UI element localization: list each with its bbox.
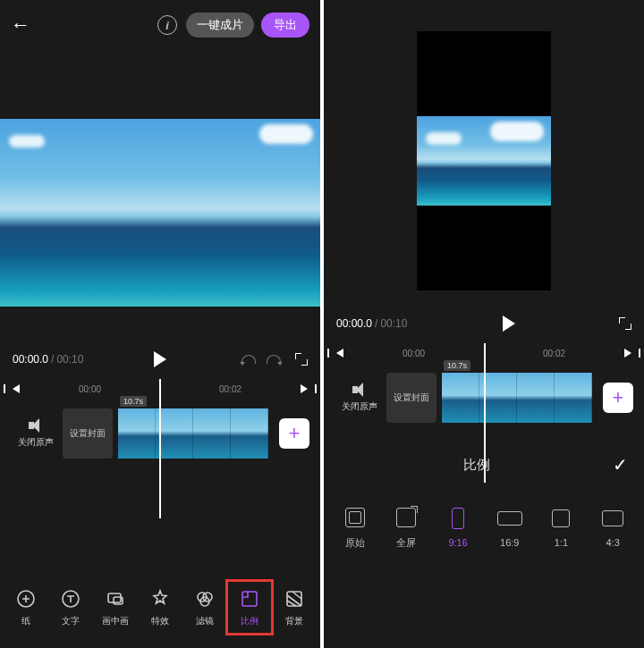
tool-pip[interactable]: 画中画 bbox=[96, 587, 135, 627]
fullscreen-icon[interactable] bbox=[295, 353, 308, 366]
timeline-tick-0: 00:00 bbox=[343, 349, 484, 358]
timeline-tick-1: 00:02 bbox=[160, 384, 301, 394]
fullscreen-icon[interactable] bbox=[619, 317, 631, 330]
set-cover-button[interactable]: 设置封面 bbox=[386, 373, 436, 423]
time-total: 00:10 bbox=[380, 317, 407, 330]
timeline-tick-0: 00:00 bbox=[20, 384, 160, 394]
ratio-option-full[interactable]: 全屏 bbox=[393, 504, 419, 550]
back-arrow-icon[interactable]: ← bbox=[11, 13, 30, 37]
time-total: 00:10 bbox=[56, 353, 83, 366]
mute-label: 关闭原声 bbox=[333, 400, 386, 413]
bottom-toolbar: 纸 文字 画中画 特效 滤镜 比例 背景 bbox=[0, 575, 320, 639]
ratio-option-original[interactable]: 原始 bbox=[342, 504, 369, 550]
speaker-icon bbox=[351, 383, 369, 397]
time-sep: / bbox=[375, 317, 377, 330]
time-current: 00:00.0 bbox=[13, 353, 48, 366]
tool-fx[interactable]: 特效 bbox=[140, 587, 180, 627]
tool-ratio[interactable]: 比例 bbox=[230, 584, 269, 631]
mute-toggle[interactable]: 关闭原声 bbox=[9, 418, 63, 449]
ratio-option-4_3[interactable]: 4:3 bbox=[599, 505, 626, 548]
add-clip-button[interactable]: + bbox=[279, 418, 309, 449]
mute-toggle[interactable]: 关闭原声 bbox=[333, 383, 386, 413]
svg-rect-7 bbox=[242, 592, 257, 606]
time-current: 00:00.0 bbox=[336, 317, 372, 330]
skip-end-icon[interactable] bbox=[624, 349, 631, 358]
playhead[interactable] bbox=[484, 343, 486, 483]
video-preview[interactable] bbox=[0, 86, 320, 340]
mute-label: 关闭原声 bbox=[9, 436, 63, 449]
clip-duration-badge: 10.7s bbox=[120, 396, 147, 407]
skip-start-icon[interactable] bbox=[336, 349, 343, 358]
undo-icon[interactable] bbox=[242, 355, 256, 364]
skip-start-icon[interactable] bbox=[13, 384, 20, 393]
ratio-panel-title: 比例 bbox=[340, 457, 613, 474]
export-button[interactable]: 导出 bbox=[261, 13, 309, 38]
confirm-check-icon[interactable]: ✓ bbox=[613, 454, 628, 475]
redo-icon[interactable] bbox=[267, 355, 281, 364]
info-icon[interactable]: i bbox=[157, 15, 177, 35]
clip-track[interactable]: 10.7s bbox=[442, 373, 592, 423]
ratio-options: 原始全屏9:1616:91:14:3 bbox=[324, 486, 644, 567]
tool-filter[interactable]: 滤镜 bbox=[185, 587, 225, 627]
tool-bg[interactable]: 背景 bbox=[275, 587, 314, 627]
tool-sticker[interactable]: 纸 bbox=[6, 587, 46, 627]
canvas-9-16 bbox=[417, 31, 551, 290]
play-icon[interactable] bbox=[154, 351, 166, 367]
clip-track[interactable]: 10.7s bbox=[118, 408, 268, 459]
play-icon[interactable] bbox=[503, 316, 515, 332]
auto-compose-button[interactable]: 一键成片 bbox=[186, 13, 254, 38]
speaker-icon bbox=[27, 418, 45, 433]
timeline-tick-1: 00:02 bbox=[484, 349, 624, 358]
time-sep: / bbox=[51, 353, 54, 366]
ratio-option-16_9[interactable]: 16:9 bbox=[496, 505, 523, 548]
add-clip-button[interactable]: + bbox=[603, 383, 633, 413]
ratio-option-1_1[interactable]: 1:1 bbox=[547, 505, 574, 548]
playhead[interactable] bbox=[159, 379, 161, 518]
clip-duration-badge: 10.7s bbox=[444, 360, 470, 371]
set-cover-button[interactable]: 设置封面 bbox=[63, 408, 113, 459]
tool-text[interactable]: 文字 bbox=[51, 587, 90, 627]
skip-end-icon[interactable] bbox=[301, 384, 308, 393]
video-preview[interactable] bbox=[324, 18, 644, 304]
ratio-option-9_16[interactable]: 9:16 bbox=[445, 505, 471, 548]
